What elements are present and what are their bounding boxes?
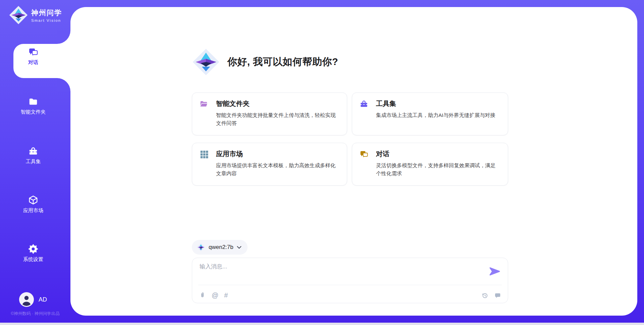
sidebar-item-toolset[interactable]: 工具集 bbox=[0, 146, 66, 165]
logo-diamond-icon bbox=[192, 48, 220, 76]
card-description: 灵活切换多模型文件，支持多样回复效果调试，满足个性化需求 bbox=[376, 161, 500, 177]
hash-icon: # bbox=[224, 292, 228, 299]
feature-cards: 智能文件夹 智能文件夹功能支持批量文件上传与清洗，轻松实现文件问答 工具集 集成… bbox=[192, 92, 508, 186]
cube-icon bbox=[28, 195, 38, 205]
greeting: 你好, 我可以如何帮助你? bbox=[192, 48, 338, 76]
attach-button[interactable] bbox=[199, 292, 206, 299]
active-tab-fillet-bottom bbox=[57, 78, 70, 91]
mention-icon: @ bbox=[212, 292, 218, 299]
window-bottom-strip bbox=[0, 323, 644, 325]
card-toolset[interactable]: 工具集 集成市场上主流工具，助力AI与外界无缝扩展与对接 bbox=[352, 92, 508, 135]
message-input[interactable] bbox=[199, 262, 486, 283]
history-icon bbox=[481, 292, 488, 299]
comment-icon bbox=[494, 292, 501, 299]
sidebar-item-label: 系统设置 bbox=[23, 256, 43, 263]
sidebar-item-label: 智能文件夹 bbox=[21, 109, 46, 115]
brand-name: 神州问学 bbox=[31, 8, 62, 17]
gear-icon bbox=[28, 244, 38, 254]
mention-button[interactable]: @ bbox=[212, 292, 218, 299]
brand: 神州问学 Smart Vision bbox=[9, 5, 62, 25]
history-button[interactable] bbox=[481, 292, 488, 299]
brand-subtitle: Smart Vision bbox=[31, 18, 62, 22]
copyright-text: ©神州数码 · 神州问学出品 bbox=[0, 311, 70, 317]
send-button[interactable] bbox=[488, 265, 502, 277]
greeting-title: 你好, 我可以如何帮助你? bbox=[227, 55, 338, 69]
chat-icon bbox=[360, 150, 368, 158]
card-title: 工具集 bbox=[376, 99, 396, 108]
toolbox-icon bbox=[360, 100, 368, 108]
toolbox-icon bbox=[28, 146, 38, 156]
chat-icon bbox=[28, 47, 38, 57]
card-description: 应用市场提供丰富长文本模板，助力高效生成多样化文章内容 bbox=[216, 161, 339, 177]
composer-divider bbox=[198, 285, 502, 285]
composer-toolbar: @ # bbox=[199, 290, 501, 300]
sidebar-item-label: 应用市场 bbox=[23, 207, 43, 214]
sidebar-item-smart-folder[interactable]: 智能文件夹 bbox=[0, 96, 66, 115]
user-profile[interactable]: AD bbox=[19, 292, 47, 307]
card-chat[interactable]: 对话 灵活切换多模型文件，支持多样回复效果调试，满足个性化需求 bbox=[352, 143, 508, 186]
card-app-market[interactable]: 应用市场 应用市场提供丰富长文本模板，助力高效生成多样化文章内容 bbox=[192, 143, 347, 186]
sidebar-item-app-market[interactable]: 应用市场 bbox=[0, 195, 66, 214]
sidebar: 神州问学 Smart Vision 对话 智能文件夹 工具集 应用市场 系统设置 bbox=[0, 0, 70, 325]
open-folder-icon bbox=[200, 100, 208, 108]
card-smart-folder[interactable]: 智能文件夹 智能文件夹功能支持批量文件上传与清洗，轻松实现文件问答 bbox=[192, 92, 347, 135]
attach-icon bbox=[199, 292, 206, 299]
card-description: 集成市场上主流工具，助力AI与外界无缝扩展与对接 bbox=[376, 111, 500, 119]
card-title: 应用市场 bbox=[216, 149, 243, 158]
sidebar-item-label: 对话 bbox=[28, 59, 38, 66]
user-initials: AD bbox=[39, 296, 47, 303]
chevron-down-icon bbox=[237, 246, 241, 249]
message-composer: @ # bbox=[192, 258, 508, 303]
app-root: 神州问学 Smart Vision 对话 智能文件夹 工具集 应用市场 系统设置 bbox=[0, 0, 644, 325]
model-selector[interactable]: qwen2:7b bbox=[192, 240, 248, 255]
user-avatar-icon bbox=[19, 292, 34, 307]
sidebar-item-label: 工具集 bbox=[26, 158, 41, 165]
logo-diamond-icon bbox=[197, 243, 205, 252]
folder-icon bbox=[28, 96, 38, 107]
main-panel: 你好, 我可以如何帮助你? 智能文件夹 智能文件夹功能支持批量文件上传与清洗，轻… bbox=[70, 7, 637, 316]
card-title: 对话 bbox=[376, 149, 389, 158]
brand-logo-diamond-icon bbox=[9, 5, 28, 25]
hash-button[interactable]: # bbox=[224, 292, 228, 299]
active-tab-fillet-top bbox=[57, 30, 70, 44]
grid-icon bbox=[200, 150, 208, 158]
card-description: 智能文件夹功能支持批量文件上传与清洗，轻松实现文件问答 bbox=[216, 111, 339, 127]
model-name: qwen2:7b bbox=[209, 244, 233, 251]
send-icon bbox=[489, 267, 500, 276]
comment-button[interactable] bbox=[494, 292, 501, 299]
card-title: 智能文件夹 bbox=[216, 99, 250, 108]
sidebar-item-chat[interactable]: 对话 bbox=[0, 47, 66, 66]
sidebar-item-settings[interactable]: 系统设置 bbox=[0, 244, 66, 263]
